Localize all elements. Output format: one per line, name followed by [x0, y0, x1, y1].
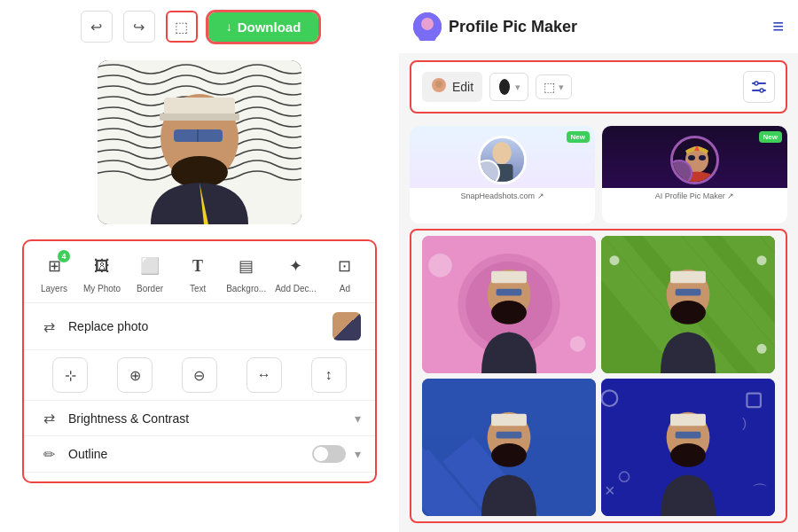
selection-icon: ⬚: [544, 80, 555, 94]
align-spread-v-button[interactable]: ↕: [311, 357, 347, 393]
redo-button[interactable]: ↪: [123, 11, 155, 43]
svg-point-46: [757, 255, 767, 265]
template-card-3[interactable]: [422, 379, 596, 516]
svg-point-24: [699, 155, 706, 160]
svg-point-33: [570, 336, 586, 352]
svg-point-23: [688, 155, 695, 160]
ai-new-badge: New: [759, 131, 782, 143]
more-icon: ⊡: [329, 250, 361, 282]
decor-icon: ✦: [280, 250, 312, 282]
download-button[interactable]: ↓ Download: [208, 12, 319, 42]
select-button[interactable]: ⬚: [166, 11, 198, 43]
background-label: Backgro...: [226, 284, 266, 293]
outline-row[interactable]: ✏ Outline ▾: [24, 436, 375, 473]
left-panel: ↩ ↪ ⬚ ↓ Download: [0, 0, 399, 532]
filter-button[interactable]: [743, 71, 775, 103]
replace-photo-row[interactable]: ⇄ Replace photo: [24, 303, 375, 350]
edit-tab[interactable]: Edit: [422, 72, 482, 102]
toolbar-item-decor[interactable]: ✦ Add Dec...: [275, 250, 317, 293]
toolbar-item-photo[interactable]: 🖼 My Photo: [82, 250, 121, 293]
toolbar-icons-row: ⊞ 4 Layers 🖼 My Photo ⬜ Border T Text ▤ …: [24, 250, 375, 303]
ai-circle-small: [670, 160, 692, 184]
promo-card-ai[interactable]: New AI Profile Pic Maker ↗: [602, 126, 787, 223]
svg-point-31: [491, 301, 527, 325]
edit-tab-label: Edit: [452, 80, 473, 94]
align-row: ⊹ ⊕ ⊖ ↔ ↕: [24, 350, 375, 401]
layers-label: Layers: [41, 284, 67, 293]
svg-point-47: [757, 344, 767, 354]
brand: Profile Pic Maker: [413, 12, 577, 41]
svg-rect-67: [676, 432, 701, 439]
template-card-2[interactable]: [601, 236, 775, 373]
svg-rect-30: [497, 289, 522, 296]
canvas-image: [98, 60, 301, 224]
edit-icon: [431, 77, 447, 97]
photo-thumbnail: [332, 312, 361, 340]
toolbar-section: ⊞ 4 Layers 🖼 My Photo ⬜ Border T Text ▤ …: [22, 239, 377, 483]
color-chevron-icon: ▾: [515, 82, 520, 93]
snap-bg: New: [410, 126, 595, 188]
svg-point-16: [760, 89, 763, 92]
photo-label: My Photo: [83, 284, 121, 293]
snap-label: SnapHeadshots.com ↗: [410, 188, 595, 204]
brightness-row[interactable]: ⇄ Brightness & Contrast ▾: [24, 401, 375, 436]
svg-rect-43: [676, 289, 701, 296]
outline-chevron-icon: ▾: [355, 447, 361, 461]
toolbar-item-more[interactable]: ⊡ Ad: [325, 250, 364, 293]
svg-rect-42: [670, 271, 706, 283]
selection-dropdown[interactable]: ⬚ ▾: [536, 74, 572, 99]
template-card-4[interactable]: × ⌒ ): [601, 379, 775, 516]
svg-point-18: [492, 142, 511, 164]
svg-text:): ): [742, 415, 747, 430]
snap-circle-main: [478, 136, 527, 184]
svg-point-14: [755, 82, 758, 85]
brightness-chevron-icon: ▾: [355, 411, 361, 426]
selection-chevron-icon: ▾: [559, 82, 564, 93]
hamburger-menu-button[interactable]: ≡: [772, 15, 784, 38]
download-label: Download: [238, 20, 301, 35]
edit-toolbar: Edit ▾ ⬚ ▾: [410, 60, 787, 113]
brand-title: Profile Pic Maker: [449, 18, 577, 36]
svg-point-68: [670, 443, 706, 467]
svg-rect-56: [497, 432, 522, 439]
border-label: Border: [137, 284, 163, 293]
svg-rect-3: [160, 113, 239, 121]
undo-button[interactable]: ↩: [81, 11, 113, 43]
svg-point-44: [670, 301, 706, 325]
decor-label: Add Dec...: [275, 284, 317, 293]
toolbar-item-layers[interactable]: ⊞ 4 Layers: [35, 250, 74, 293]
outline-label: Outline: [68, 447, 303, 461]
template-card-1[interactable]: [422, 236, 596, 373]
toolbar-item-text[interactable]: T Text: [178, 250, 217, 293]
replace-icon: ⇄: [38, 318, 59, 335]
outline-toggle[interactable]: [312, 445, 346, 463]
snap-new-badge: New: [567, 131, 590, 143]
border-icon: ⬜: [134, 250, 166, 282]
promo-section: New SnapHeadshots.com ↗: [399, 121, 798, 229]
layers-badge: 4: [58, 250, 70, 262]
top-bar: ↩ ↪ ⬚ ↓ Download: [0, 11, 399, 53]
color-picker-dropdown[interactable]: ▾: [489, 73, 528, 101]
svg-rect-66: [670, 414, 706, 426]
promo-card-snap[interactable]: New SnapHeadshots.com ↗: [410, 126, 595, 223]
align-center-h-button[interactable]: ⊹: [52, 357, 88, 393]
right-panel: Profile Pic Maker ≡ Edit ▾ ⬚ ▾: [399, 0, 798, 532]
text-icon: T: [182, 250, 214, 282]
ai-label: AI Profile Pic Maker ↗: [602, 188, 787, 204]
align-center-v-button[interactable]: ⊕: [117, 357, 153, 393]
svg-point-8: [421, 18, 434, 30]
svg-text:⌒: ⌒: [752, 482, 768, 500]
svg-point-11: [435, 81, 442, 88]
toolbar-item-background[interactable]: ▤ Backgro...: [226, 250, 266, 293]
align-spread-h-button[interactable]: ↔: [246, 357, 282, 393]
align-flip-h-button[interactable]: ⊖: [182, 357, 217, 393]
svg-point-12: [499, 79, 510, 95]
toolbar-item-border[interactable]: ⬜ Border: [130, 250, 169, 293]
svg-point-45: [609, 255, 619, 265]
canvas-area: [75, 53, 324, 231]
svg-text:×: ×: [605, 481, 615, 500]
svg-rect-29: [491, 271, 527, 283]
svg-point-32: [428, 254, 452, 278]
thumb-inner: [332, 312, 361, 340]
brightness-icon: ⇄: [38, 410, 59, 426]
